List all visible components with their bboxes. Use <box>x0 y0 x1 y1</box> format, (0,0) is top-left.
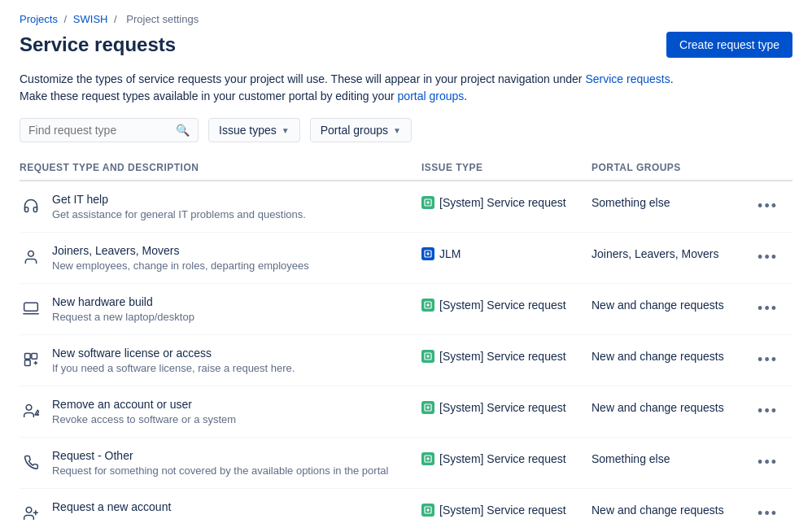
table-row: New software license or access If you ne… <box>20 335 792 386</box>
issue-type-text: [System] Service request <box>439 401 566 414</box>
actions-cell: ••• <box>746 233 792 284</box>
issue-type-badge <box>421 196 434 209</box>
issue-type-text: [System] Service request <box>439 350 566 363</box>
table-row: Joiners, Leavers, Movers New employees, … <box>20 233 792 284</box>
row-more-options-button[interactable]: ••• <box>753 452 783 473</box>
issue-type-cell: [System] Service request <box>421 181 592 233</box>
request-name: Request - Other <box>52 449 388 462</box>
request-description: New employees, change in roles, departin… <box>52 259 309 272</box>
actions-cell: ••• <box>746 284 792 335</box>
request-name: Remove an account or user <box>52 398 236 411</box>
svg-point-26 <box>26 508 32 513</box>
issue-type-cell: [System] Service request <box>421 489 592 533</box>
service-requests-link[interactable]: Service requests <box>585 72 670 85</box>
request-type-icon-phone <box>20 451 42 473</box>
request-type-icon-user-warning <box>20 399 42 422</box>
actions-cell: ••• <box>746 181 792 233</box>
row-more-options-button[interactable]: ••• <box>753 196 783 216</box>
toolbar: 🔍 Issue types ▼ Portal groups ▼ <box>20 118 792 142</box>
breadcrumb: Projects / SWISH / Project settings <box>20 13 792 25</box>
svg-rect-13 <box>25 360 31 366</box>
request-name: New hardware build <box>52 295 194 308</box>
portal-group-cell: Joiners, Leavers, Movers <box>592 233 746 284</box>
request-description: If you need a software license, raise a … <box>52 362 295 374</box>
request-type-cell: New hardware build Request a new laptop/… <box>20 284 421 335</box>
request-type-cell: Remove an account or user Revoke access … <box>20 386 421 438</box>
portal-group-text: Joiners, Leavers, Movers <box>592 244 736 260</box>
issue-type-text: [System] Service request <box>439 196 566 209</box>
actions-cell: ••• <box>746 335 792 386</box>
portal-groups-label: Portal groups <box>321 124 388 137</box>
portal-group-text: Something else <box>592 193 736 209</box>
table-row: Get IT help Get assistance for general I… <box>20 181 792 233</box>
portal-group-text: New and change requests <box>592 398 736 414</box>
issue-type-cell: [System] Service request <box>421 335 592 386</box>
breadcrumb-project[interactable]: SWISH <box>73 13 108 25</box>
request-description: Revoke access to software or a system <box>52 413 236 425</box>
row-more-options-button[interactable]: ••• <box>753 401 783 421</box>
request-name: Request a new account <box>52 500 171 513</box>
table-row: New hardware build Request a new laptop/… <box>20 284 792 335</box>
issue-type-text: [System] Service request <box>439 504 566 517</box>
breadcrumb-projects[interactable]: Projects <box>20 13 58 25</box>
col-header-portal-groups: Portal groups <box>592 155 746 181</box>
issue-type-text: JLM <box>439 247 461 260</box>
portal-group-cell: Something else <box>592 438 746 489</box>
issue-type-cell: [System] Service request <box>421 386 592 438</box>
request-type-icon-person <box>20 246 42 268</box>
request-type-cell: Joiners, Leavers, Movers New employees, … <box>20 233 421 284</box>
row-more-options-button[interactable]: ••• <box>753 350 783 370</box>
svg-point-19 <box>37 414 38 415</box>
actions-cell: ••• <box>746 489 792 533</box>
issue-types-label: Issue types <box>219 124 277 137</box>
issue-type-badge <box>421 452 434 465</box>
chevron-down-icon: ▼ <box>282 126 290 135</box>
svg-point-3 <box>28 251 34 257</box>
create-request-type-button[interactable]: Create request type <box>666 32 792 58</box>
row-more-options-button[interactable]: ••• <box>753 247 783 268</box>
portal-group-cell: New and change requests <box>592 284 746 335</box>
svg-rect-7 <box>24 303 38 311</box>
row-more-options-button[interactable]: ••• <box>753 299 783 319</box>
issue-type-badge <box>421 401 434 414</box>
table-header-row: Request type and description Issue type … <box>20 155 792 181</box>
request-type-icon-user-plus <box>20 502 42 525</box>
portal-group-cell: New and change requests <box>592 489 746 533</box>
issue-type-badge <box>421 350 434 363</box>
portal-group-text: New and change requests <box>592 347 736 363</box>
page-description: Customize the types of service requests … <box>20 71 792 105</box>
portal-group-text: New and change requests <box>592 295 736 312</box>
request-type-cell: New software license or access If you ne… <box>20 335 421 386</box>
issue-type-text: [System] Service request <box>439 299 566 312</box>
request-description: Request a new laptop/desktop <box>52 311 194 323</box>
issue-type-badge <box>421 299 434 312</box>
search-input[interactable] <box>28 124 172 137</box>
svg-rect-11 <box>25 354 31 360</box>
request-type-icon-headset <box>20 194 42 217</box>
issue-type-cell: [System] Service request <box>421 284 592 335</box>
request-description: Get assistance for general IT problems a… <box>52 208 306 220</box>
request-type-icon-software <box>20 348 42 371</box>
table-row: Request a new account [System] Service r… <box>20 489 792 533</box>
request-type-icon-laptop <box>20 297 42 320</box>
description-text-2: Make these request types available in yo… <box>20 89 398 102</box>
request-description: Request for something not covered by the… <box>52 464 388 477</box>
request-name: Joiners, Leavers, Movers <box>52 244 309 257</box>
portal-groups-link[interactable]: portal groups <box>398 89 465 102</box>
portal-group-cell: New and change requests <box>592 386 746 438</box>
request-types-table: Request type and description Issue type … <box>20 155 792 532</box>
portal-group-text: New and change requests <box>592 500 736 517</box>
request-name: Get IT help <box>52 193 306 206</box>
request-type-cell: Get IT help Get assistance for general I… <box>20 181 421 233</box>
issue-types-filter[interactable]: Issue types ▼ <box>208 118 300 142</box>
row-more-options-button[interactable]: ••• <box>753 504 783 524</box>
chevron-down-icon-2: ▼ <box>393 126 401 135</box>
col-header-request-type: Request type and description <box>20 155 421 181</box>
request-name: New software license or access <box>52 347 295 360</box>
description-text-1: Customize the types of service requests … <box>20 72 585 85</box>
svg-rect-12 <box>32 354 37 360</box>
issue-type-badge <box>421 247 434 260</box>
col-header-actions <box>746 155 792 181</box>
portal-groups-filter[interactable]: Portal groups ▼ <box>310 118 412 142</box>
search-container: 🔍 <box>20 118 199 142</box>
